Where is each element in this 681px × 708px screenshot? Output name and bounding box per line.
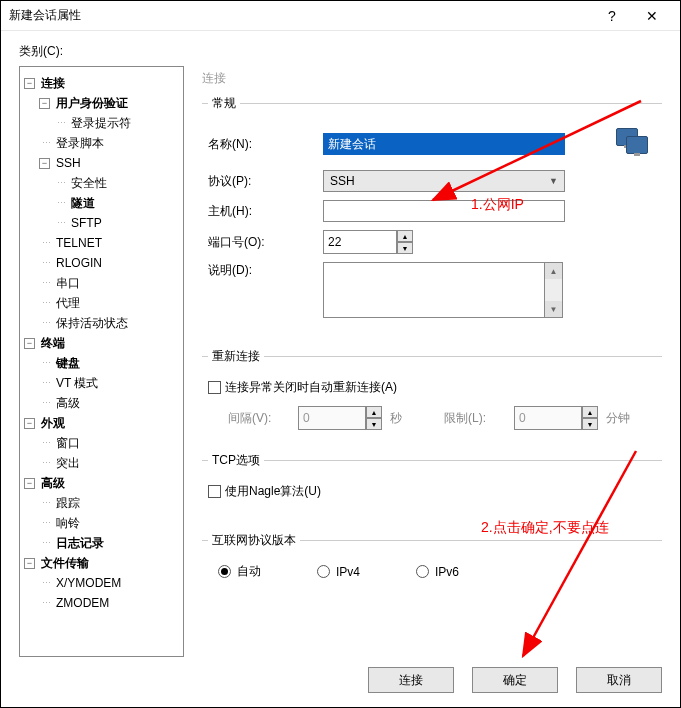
session-properties-dialog: 新建会话属性 ? ✕ 类别(C): −连接−用户身份验证⋯登录提示符⋯登录脚本−… [0, 0, 681, 708]
tree-expand-icon[interactable]: − [24, 558, 35, 569]
tree-item[interactable]: ⋯跟踪 [24, 493, 179, 513]
tree-item-label: 响铃 [54, 515, 82, 532]
tree-item-label: TELNET [54, 236, 104, 250]
tree-branch-icon: ⋯ [39, 398, 54, 408]
tree-item[interactable]: ⋯代理 [24, 293, 179, 313]
tree-branch-icon: ⋯ [39, 438, 54, 448]
tree-branch-icon: ⋯ [39, 138, 54, 148]
cancel-button[interactable]: 取消 [576, 667, 662, 693]
spinner-up-icon[interactable]: ▲ [397, 230, 413, 242]
tree-branch-icon: ⋯ [39, 578, 54, 588]
tree-item[interactable]: ⋯串口 [24, 273, 179, 293]
tree-expand-icon[interactable]: − [24, 338, 35, 349]
tree-item[interactable]: −外观 [24, 413, 179, 433]
tree-item[interactable]: ⋯VT 模式 [24, 373, 179, 393]
tree-expand-icon[interactable]: − [24, 418, 35, 429]
tree-branch-icon: ⋯ [39, 498, 54, 508]
tree-item-label: 安全性 [69, 175, 109, 192]
tree-item[interactable]: ⋯安全性 [24, 173, 179, 193]
tree-branch-icon: ⋯ [39, 238, 54, 248]
tree-item[interactable]: ⋯TELNET [24, 233, 179, 253]
tree-item-label: SSH [54, 156, 83, 170]
panel-header: 连接 [202, 66, 662, 95]
category-tree[interactable]: −连接−用户身份验证⋯登录提示符⋯登录脚本−SSH⋯安全性⋯隧道⋯SFTP⋯TE… [19, 66, 184, 657]
tree-branch-icon: ⋯ [39, 258, 54, 268]
session-icon [614, 126, 650, 162]
protocol-label: 协议(P): [208, 173, 323, 190]
tree-item[interactable]: ⋯X/YMODEM [24, 573, 179, 593]
ok-button[interactable]: 确定 [472, 667, 558, 693]
desc-scrollbar[interactable]: ▲ ▼ [545, 262, 563, 318]
tcp-group: TCP选项 使用Nagle算法(U) [202, 452, 662, 520]
tree-item-label: SFTP [69, 216, 104, 230]
ipversion-radio[interactable]: IPv4 [317, 563, 360, 580]
radio-icon [218, 565, 231, 578]
tree-item-label: 文件传输 [39, 555, 91, 572]
tree-branch-icon: ⋯ [39, 358, 54, 368]
tree-item[interactable]: ⋯窗口 [24, 433, 179, 453]
tree-item[interactable]: −SSH [24, 153, 179, 173]
tree-expand-icon[interactable]: − [39, 158, 50, 169]
tree-item[interactable]: ⋯响铃 [24, 513, 179, 533]
tree-item[interactable]: ⋯隧道 [24, 193, 179, 213]
host-input[interactable] [323, 200, 565, 222]
tree-item[interactable]: ⋯键盘 [24, 353, 179, 373]
titlebar: 新建会话属性 ? ✕ [1, 1, 680, 31]
tree-branch-icon: ⋯ [54, 218, 69, 228]
reconnect-legend: 重新连接 [208, 348, 264, 365]
tree-item[interactable]: ⋯ZMODEM [24, 593, 179, 613]
general-group: 常规 名称(N): 协议(P): SSH ▼ [202, 95, 662, 336]
close-button[interactable]: ✕ [632, 2, 672, 30]
name-input[interactable] [323, 133, 565, 155]
tree-item-label: 键盘 [54, 355, 82, 372]
tree-item[interactable]: ⋯RLOGIN [24, 253, 179, 273]
tcp-legend: TCP选项 [208, 452, 264, 469]
tree-item[interactable]: ⋯保持活动状态 [24, 313, 179, 333]
help-button[interactable]: ? [592, 2, 632, 30]
limit-label: 限制(L): [444, 410, 506, 427]
tree-item[interactable]: −终端 [24, 333, 179, 353]
tree-expand-icon[interactable]: − [39, 98, 50, 109]
tree-item-label: ZMODEM [54, 596, 111, 610]
tree-item-label: 保持活动状态 [54, 315, 130, 332]
desc-textarea[interactable] [323, 262, 545, 318]
tree-expand-icon[interactable]: − [24, 478, 35, 489]
tree-item[interactable]: −用户身份验证 [24, 93, 179, 113]
tree-branch-icon: ⋯ [39, 538, 54, 548]
tree-item[interactable]: ⋯SFTP [24, 213, 179, 233]
ipversion-radio[interactable]: IPv6 [416, 563, 459, 580]
nagle-label: 使用Nagle算法(U) [225, 483, 321, 500]
tree-item[interactable]: −连接 [24, 73, 179, 93]
tree-item-label: 突出 [54, 455, 82, 472]
auto-reconnect-checkbox[interactable]: 连接异常关闭时自动重新连接(A) [208, 379, 656, 396]
tree-item-label: 高级 [39, 475, 67, 492]
protocol-select[interactable]: SSH ▼ [323, 170, 565, 192]
interval-spinner: ▲▼ [366, 406, 382, 430]
desc-label: 说明(D): [208, 262, 323, 279]
tree-item-label: 串口 [54, 275, 82, 292]
protocol-value: SSH [330, 174, 355, 188]
limit-input [514, 406, 582, 430]
tree-item[interactable]: −高级 [24, 473, 179, 493]
tree-item-label: X/YMODEM [54, 576, 123, 590]
port-input[interactable] [323, 230, 397, 254]
interval-unit: 秒 [390, 410, 402, 427]
limit-unit: 分钟 [606, 410, 630, 427]
tree-branch-icon: ⋯ [39, 598, 54, 608]
tree-item[interactable]: ⋯突出 [24, 453, 179, 473]
nagle-checkbox[interactable]: 使用Nagle算法(U) [208, 483, 656, 500]
ipversion-legend: 互联网协议版本 [208, 532, 300, 549]
tree-item[interactable]: ⋯高级 [24, 393, 179, 413]
tree-item[interactable]: ⋯日志记录 [24, 533, 179, 553]
tree-branch-icon: ⋯ [39, 278, 54, 288]
tree-expand-icon[interactable]: − [24, 78, 35, 89]
ipversion-radio[interactable]: 自动 [218, 563, 261, 580]
scroll-down-icon[interactable]: ▼ [545, 301, 562, 317]
tree-item[interactable]: ⋯登录提示符 [24, 113, 179, 133]
spinner-down-icon[interactable]: ▼ [397, 242, 413, 254]
tree-item[interactable]: −文件传输 [24, 553, 179, 573]
port-spinner[interactable]: ▲ ▼ [397, 230, 413, 254]
connect-button[interactable]: 连接 [368, 667, 454, 693]
tree-item[interactable]: ⋯登录脚本 [24, 133, 179, 153]
scroll-up-icon[interactable]: ▲ [545, 263, 562, 279]
